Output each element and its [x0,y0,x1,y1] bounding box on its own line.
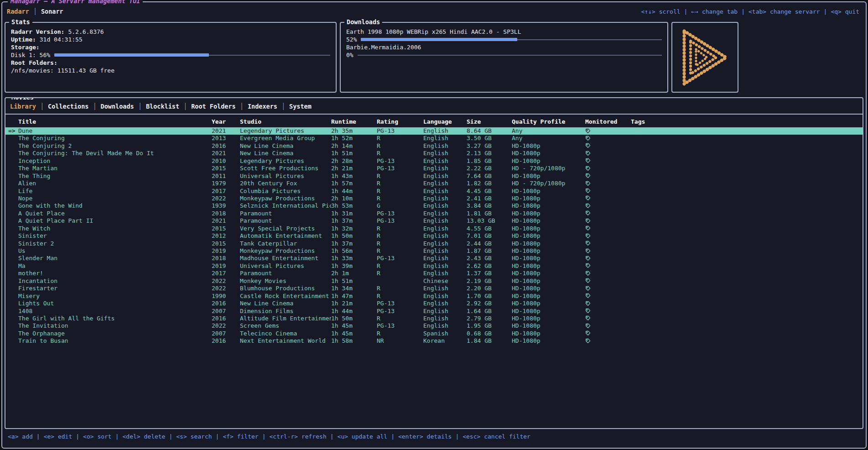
movie-year: 2022 [212,322,240,330]
movie-row[interactable]: Sinister 22015Tank Caterpillar1h 37mREng… [5,240,863,247]
movie-runtime: 1h 44m [331,188,377,195]
help-filter[interactable]: <f> filter [223,433,258,440]
movie-row[interactable]: The Invitation2022Screen Gems1h 45mPG-13… [5,322,863,330]
movie-row[interactable]: A Quiet Place2018Paramount1h 31mPG-13Eng… [5,210,863,217]
help-add[interactable]: <a> add [8,433,33,440]
download-progress-gauge [358,52,662,58]
help-delete[interactable]: <del> delete [123,433,166,440]
movie-row[interactable]: Train to Busan2016Next Entertainment Wor… [5,337,863,345]
movie-row[interactable]: Ma2019Universal Pictures1h 39mREnglish2.… [5,262,863,270]
downloads-panel: Downloads Earth 1998 1080p WEBRip x265 H… [340,22,668,93]
movie-runtime: 1h 50m [331,232,377,240]
movie-year: 1990 [212,293,240,300]
movie-year: 2022 [212,195,240,202]
movie-rating: PG-13 [377,255,423,262]
movie-row[interactable]: Nope2022Monkeypaw Productions2h 10mREngl… [5,195,863,202]
movie-size: 2.20 GB [467,285,512,292]
tab-system[interactable]: System [289,103,312,110]
help-separator: | [36,433,40,440]
movie-size: 1.70 GB [467,293,512,300]
servarr-tab-sonarr[interactable]: Sonarr [41,8,63,15]
servarr-tab-radarr[interactable]: Radarr [7,8,29,15]
movie-row[interactable]: The Conjuring 22016New Line Cinema2h 14m… [5,142,863,150]
movie-rating: R [377,195,423,202]
movie-row[interactable]: Lights Out2016New Line Cinema1h 21mPG-13… [5,300,863,307]
movie-title: Firestarter [18,285,212,292]
movie-rating: PG-13 [377,308,423,315]
movie-monitored [585,308,631,315]
movie-row[interactable]: Sinister2012Automatik Entertainment1h 50… [5,232,863,240]
movie-row[interactable]: 14082007Dimension Films1h 44mPG-13Englis… [5,308,863,315]
movie-row[interactable]: Misery1990Castle Rock Entertainment1h 47… [5,293,863,300]
movie-year: 2017 [212,270,240,277]
movie-year: 2016 [212,300,240,307]
help-cancel-filter[interactable]: <esc> cancel filter [463,433,530,440]
tag-icon [585,158,591,163]
movie-rating: R [377,293,423,300]
movie-title: Gone with the Wind [18,202,212,209]
tag-icon [585,308,591,314]
movie-row[interactable]: The Orphanage2007Telecinco Cinema1h 45mR… [5,330,863,337]
movie-row[interactable]: The Witch2015Very Special Projects1h 32m… [5,225,863,232]
help-separator: | [330,433,334,440]
movie-row[interactable]: Life2017Columbia Pictures1h 44mREnglish4… [5,188,863,195]
movie-rating: R [377,142,423,150]
movie-row[interactable]: The Conjuring: The Devil Made Me Do It20… [5,150,863,157]
movie-runtime: 1h 21m [331,300,377,307]
help-change-servarr[interactable]: <tab> change servarr [748,8,820,15]
uptime-line: Uptime: 31d 04:31:55 [11,36,330,43]
tag-icon [585,286,591,291]
download-list: Earth 1998 1080p WEBRip x265 Hindi AAC2.… [346,28,662,59]
movie-quality-profile: Any [512,135,585,142]
movie-row[interactable]: Incantation2022Monkey Movies1h 51mChines… [5,277,863,285]
movie-title: The Martian [18,165,212,172]
help-change-tab[interactable]: ←→ change tab [691,8,738,15]
tab-blocklist[interactable]: Blocklist [146,103,179,110]
help-scroll[interactable]: <↑↓> scroll [641,8,681,15]
tab-downloads[interactable]: Downloads [101,103,134,110]
tab-collections[interactable]: Collections [48,103,88,110]
movie-row[interactable]: Alien197920th Century Fox1h 57mREnglish1… [5,180,863,187]
movie-monitored [585,195,631,202]
tab-separator: │ [138,103,142,110]
help-update-all[interactable]: <u> update all [338,433,388,440]
movie-monitored [585,165,631,172]
movie-row[interactable]: Slender Man2018Madhouse Entertainment1h … [5,255,863,262]
column-header-runtime: Runtime [331,118,377,126]
tag-icon [585,241,591,246]
help-search[interactable]: <s> search [176,433,212,440]
movie-studio: Screen Gems [240,322,331,330]
movie-row[interactable]: The Girl with All the Gifts2016Altitude … [5,315,863,322]
tab-library[interactable]: Library [10,103,36,110]
help-refresh[interactable]: <ctrl-r> refresh [270,433,327,440]
movie-rating: G [377,202,423,209]
help-sort[interactable]: <o> sort [83,433,112,440]
movie-row[interactable]: Inception2010Legendary Pictures2h 28mPG-… [5,157,863,165]
help-edit[interactable]: <e> edit [44,433,73,440]
tab-root-folders[interactable]: Root Folders [191,103,236,110]
movie-monitored [585,337,631,345]
movie-year: 2012 [212,232,240,240]
help-quit[interactable]: <q> quit [831,8,859,15]
tab-indexers[interactable]: Indexers [248,103,277,110]
managarr-play-logo-icon [680,28,731,87]
movie-row[interactable]: The Conjuring2013Evergreen Media Group1h… [5,135,863,142]
help-details[interactable]: <enter> details [398,433,452,440]
movie-row[interactable]: mother!2017Paramount2h 1mREnglish1.37 GB… [5,270,863,277]
movie-monitored [585,315,631,322]
movie-size: 1.85 GB [467,157,512,165]
movie-row[interactable]: Gone with the Wind1939Selznick Internati… [5,202,863,209]
movie-studio: Tank Caterpillar [240,240,331,247]
movie-row[interactable]: =>Dune2021Legendary Pictures2h 35mPG-13E… [5,127,863,135]
movie-row[interactable]: A Quiet Place Part II2021Paramount1h 37m… [5,217,863,225]
movie-quality-profile: HD-1080p [512,308,585,315]
movie-runtime: 1h 47m [331,293,377,300]
uptime-label: Uptime: [11,36,36,43]
movie-row[interactable]: Us2019Monkeypaw Productions1h 56mREnglis… [5,247,863,255]
movie-quality-profile: HD-1080p [512,188,585,195]
top-help-bar: <↑↓> scroll|←→ change tab|<tab> change s… [641,8,860,15]
movie-row[interactable]: The Martian2015Scott Free Productions2h … [5,165,863,172]
movie-monitored [585,262,631,270]
movie-row[interactable]: Firestarter2022Blumhouse Productions1h 3… [5,285,863,292]
movie-row[interactable]: The Thing2011Universal Pictures1h 43mREn… [5,173,863,180]
